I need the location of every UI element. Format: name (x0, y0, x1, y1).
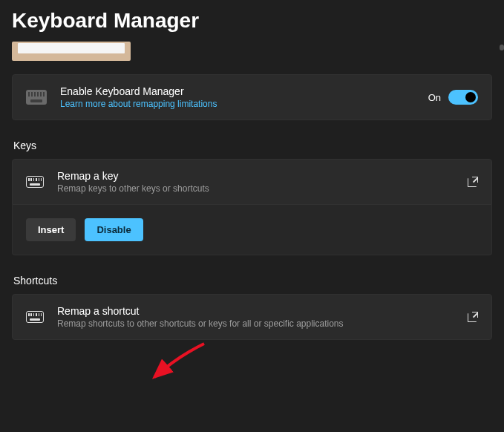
toggle-state-label: On (428, 92, 441, 103)
section-keys-label: Keys (13, 140, 492, 151)
keyboard-icon (26, 176, 44, 188)
preview-thumbnail (12, 42, 131, 61)
remap-key-title: Remap a key (57, 170, 454, 182)
remap-shortcut-row[interactable]: Remap a shortcut Remap shortcuts to othe… (12, 294, 492, 340)
remap-shortcut-title: Remap a shortcut (57, 305, 454, 317)
keyboard-icon (26, 90, 47, 105)
page-title: Keyboard Manager (0, 0, 504, 39)
learn-more-link[interactable]: Learn more about remapping limitations (60, 99, 415, 109)
scrollbar[interactable] (500, 45, 504, 50)
chip-target-key[interactable]: Disable (85, 218, 143, 241)
chip-source-key[interactable]: Insert (26, 218, 76, 241)
open-external-icon[interactable] (468, 312, 478, 322)
annotation-arrow (148, 341, 208, 382)
keyboard-icon (26, 311, 44, 323)
remap-key-row[interactable]: Remap a key Remap keys to other keys or … (12, 159, 492, 205)
key-mapping-row: Insert Disable (12, 205, 492, 255)
remap-key-sub: Remap keys to other keys or shortcuts (57, 183, 454, 194)
section-shortcuts-label: Shortcuts (13, 275, 492, 287)
enable-keyboard-manager-row: Enable Keyboard Manager Learn more about… (12, 74, 492, 120)
enable-toggle[interactable] (448, 90, 478, 105)
open-external-icon[interactable] (468, 177, 478, 187)
enable-title: Enable Keyboard Manager (60, 85, 415, 97)
remap-shortcut-sub: Remap shortcuts to other shortcuts or ke… (57, 318, 454, 329)
